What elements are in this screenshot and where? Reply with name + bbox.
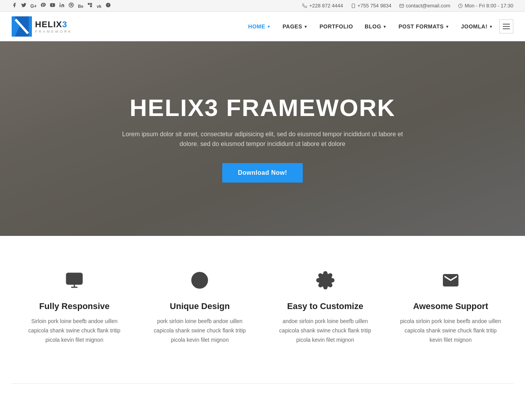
feature-design-desc: pork sirloin loine beefb andoe uillen ca… xyxy=(149,317,251,344)
pages-chevron: ▼ xyxy=(304,25,308,29)
phone1: +228 872 4444 xyxy=(302,3,343,9)
svg-rect-4 xyxy=(90,5,92,7)
home-chevron: ▼ xyxy=(267,25,271,29)
svg-point-1 xyxy=(60,3,61,4)
hero-content: HELIX3 FRAMEWORK Lorem ipsum dolor sit a… xyxy=(109,87,416,190)
navbar: HELIX3 FRAMEWORK HOME ▼ PAGES ▼ PORTFOLI… xyxy=(0,12,525,41)
hero-title: HELIX3 FRAMEWORK xyxy=(117,95,409,121)
email-icon xyxy=(399,4,404,8)
mobile-icon xyxy=(351,4,356,8)
facebook-link[interactable] xyxy=(12,2,17,9)
svg-rect-15 xyxy=(67,273,82,284)
logo[interactable]: HELIX3 FRAMEWORK xyxy=(12,16,72,37)
nav-joomla[interactable]: JOOMLA! ▼ xyxy=(456,20,499,33)
top-bar: G+ Be vk +228 872 4444 xyxy=(0,0,525,12)
dribbble-link[interactable] xyxy=(68,2,74,9)
hero-subtitle: Lorem ipsum dolor sit amet, consectetur … xyxy=(117,129,409,149)
joomla-chevron: ▼ xyxy=(489,25,493,29)
contact-info: +228 872 4444 +755 754 9834 contact@emai… xyxy=(302,3,513,9)
svg-rect-5 xyxy=(90,3,92,5)
clock-icon xyxy=(458,4,463,8)
nav-home[interactable]: HOME ▼ xyxy=(243,20,276,33)
hamburger-icon xyxy=(503,24,510,29)
feature-support-title: Awesome Support xyxy=(400,301,502,311)
svg-point-21 xyxy=(202,278,204,280)
features-section: Fully Responsive Sirloin pork loine beef… xyxy=(0,236,525,383)
blog-chevron: ▼ xyxy=(383,25,387,29)
feature-design: Unique Design pork sirloin loine beefb a… xyxy=(137,263,262,352)
feature-responsive-title: Fully Responsive xyxy=(23,301,125,311)
youtube-link[interactable] xyxy=(50,2,55,9)
logo-subtitle: FRAMEWORK xyxy=(35,30,72,33)
feature-design-title: Unique Design xyxy=(149,301,251,311)
hours: Mon - Fri 8:00 - 17:30 xyxy=(458,3,513,9)
phone2: +755 754 9834 xyxy=(351,3,392,9)
monitor-icon xyxy=(23,271,125,293)
palette-icon xyxy=(149,271,251,293)
googleplus-link[interactable]: G+ xyxy=(30,3,37,9)
envelope-icon xyxy=(400,271,502,293)
nav-post-formats[interactable]: POST FORMATS ▼ xyxy=(393,20,455,33)
svg-point-19 xyxy=(195,278,198,280)
nav-menu: HOME ▼ PAGES ▼ PORTFOLIO BLOG ▼ POST FOR… xyxy=(243,19,513,33)
pinterest-link[interactable] xyxy=(40,2,46,9)
gear-icon xyxy=(274,271,376,293)
svg-point-18 xyxy=(192,272,207,288)
feature-support-desc: picola sirloin pork loine beefb andoe ui… xyxy=(400,317,502,344)
phone-icon xyxy=(302,4,307,8)
email: contact@email.com xyxy=(399,3,450,9)
feature-support: Awesome Support picola sirloin pork loin… xyxy=(388,263,513,352)
svg-rect-3 xyxy=(88,3,90,5)
vk-link[interactable]: vk xyxy=(97,3,101,9)
download-button[interactable]: Download Now! xyxy=(222,163,302,183)
feature-responsive: Fully Responsive Sirloin pork loine beef… xyxy=(12,263,137,352)
logo-icon xyxy=(12,16,32,37)
logo-title: HELIX3 xyxy=(35,19,72,30)
bottom-divider xyxy=(12,383,513,384)
hero-section: HELIX3 FRAMEWORK Lorem ipsum dolor sit a… xyxy=(0,41,525,236)
logo-text: HELIX3 FRAMEWORK xyxy=(35,19,72,33)
twitter-link[interactable] xyxy=(21,2,26,9)
behance-link[interactable]: Be xyxy=(78,3,83,9)
houzz-link[interactable] xyxy=(87,2,93,9)
feature-responsive-desc: Sirloin pork loine beefb andoe uillen ca… xyxy=(23,317,125,344)
feature-customize-title: Easy to Customize xyxy=(274,301,376,311)
hamburger-button[interactable] xyxy=(499,19,513,33)
feature-customize-desc: andoe sirloin pork loine beefb uillen ca… xyxy=(274,317,376,344)
linkedin-link[interactable] xyxy=(59,2,65,9)
skype-link[interactable] xyxy=(105,2,111,9)
svg-point-20 xyxy=(198,275,201,278)
post-formats-chevron: ▼ xyxy=(445,25,449,29)
feature-customize: Easy to Customize andoe sirloin pork loi… xyxy=(263,263,388,352)
nav-pages[interactable]: PAGES ▼ xyxy=(277,20,313,33)
social-links: G+ Be vk xyxy=(12,2,111,9)
nav-blog[interactable]: BLOG ▼ xyxy=(359,20,392,33)
nav-portfolio[interactable]: PORTFOLIO xyxy=(314,20,358,33)
